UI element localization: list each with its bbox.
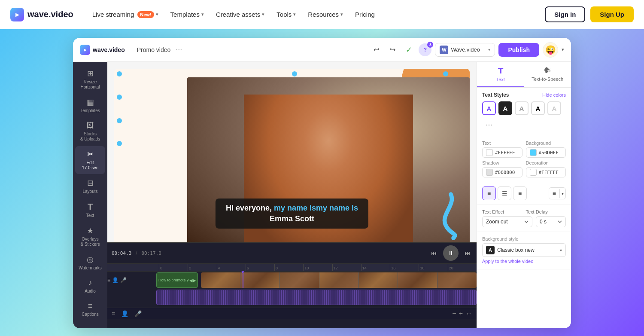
timeline-ruler: 0 2 4 6 8 10 12 14 16 18 20 <box>107 264 477 272</box>
check-button[interactable]: ✓ <box>402 43 415 56</box>
sidebar-item-watermarks[interactable]: ◎ Watermarks <box>75 251 105 274</box>
nav-item-resources[interactable]: Resources ▾ <box>303 7 348 21</box>
nav-item-creative-assets[interactable]: Creative assets ▾ <box>211 7 270 21</box>
track-list-button[interactable]: ≡ <box>107 277 110 283</box>
nav-item-live-streaming[interactable]: Live streaming New! ▾ <box>87 7 164 21</box>
sidebar-item-text[interactable]: T Text <box>75 199 105 222</box>
workspace-selector[interactable]: W Wave.video ▾ <box>435 43 495 57</box>
apply-to-whole-video-link[interactable]: Apply to the whole video <box>482 259 533 264</box>
clip-thumb <box>437 272 477 288</box>
hint-badge[interactable]: ? 8 <box>419 43 431 56</box>
publish-button[interactable]: Publish <box>498 43 539 57</box>
sidebar-item-stocks[interactable]: 🖼 Stocks& Uploads <box>75 118 105 145</box>
tab-tts[interactable]: 🗣 Text-to-Speech <box>524 62 571 87</box>
clip-label[interactable]: How to promote y ◀▶ <box>156 272 198 288</box>
project-more-button[interactable]: ··· <box>176 45 182 54</box>
text-styles-title: Text Styles <box>482 92 509 98</box>
track-mic-button[interactable]: 🎤 <box>120 277 127 283</box>
sign-up-button[interactable]: Sign Up <box>590 6 634 22</box>
nav-item-templates[interactable]: Templates ▾ <box>165 7 209 21</box>
avatar[interactable]: 😜 <box>543 42 558 58</box>
text-style-solid-button[interactable]: A <box>498 101 512 115</box>
text-color-swatch[interactable]: #FFFFFF <box>482 147 522 158</box>
subtitle-line2: Emma Scott <box>270 214 314 223</box>
redo-button[interactable]: ↪ <box>386 43 399 56</box>
bg-color-swatch[interactable]: #50D0FF <box>526 147 566 158</box>
sidebar-label-audio: Audio <box>85 289 96 294</box>
nav-item-tools[interactable]: Tools ▾ <box>271 7 301 21</box>
audio-clip[interactable] <box>156 290 477 305</box>
text-color-label: Text <box>482 141 522 146</box>
canvas-frame: Hi everyone, my name ismy name is Emma S… <box>114 69 470 242</box>
zoom-in-button[interactable]: + <box>459 310 463 318</box>
resize-icon: ⊞ <box>87 69 94 78</box>
timeline-next-button[interactable]: ⏭ <box>463 248 472 258</box>
track-person-button[interactable]: 👤 <box>112 277 118 283</box>
editor-controls: ↩ ↪ ✓ ? 8 W Wave.video ▾ Publish 😜 ▾ <box>370 42 564 58</box>
sidebar-item-audio[interactable]: ♪ Audio <box>75 275 105 297</box>
clip-thumb <box>201 272 240 288</box>
list-style-button[interactable]: ≡ ▾ <box>549 187 566 199</box>
layouts-icon: ⊟ <box>87 178 94 188</box>
timeline-current-time: 00:04.3 <box>112 250 131 256</box>
templates-icon: ▦ <box>87 98 94 107</box>
track-icons: ≡ 👤 🎤 <box>107 277 127 283</box>
expand-button[interactable]: ↔ <box>465 310 472 318</box>
ruler-mark-18: 18 <box>419 264 447 271</box>
text-style-outline-button[interactable]: A <box>482 101 496 115</box>
text-styles-header: Text Styles Hide colors <box>482 92 566 98</box>
timeline-person-button[interactable]: 👤 <box>121 310 128 317</box>
avatar-caret[interactable]: ▾ <box>562 47 564 52</box>
text-icon: T <box>88 202 93 212</box>
editor-logo-text: wave.video <box>93 46 125 53</box>
clip-label-text: How to promote y <box>157 278 189 282</box>
text-style-more-button[interactable]: ··· <box>482 118 496 131</box>
zoom-out-button[interactable]: − <box>452 310 456 318</box>
hide-colors-link[interactable]: Hide colors <box>542 92 566 98</box>
text-style-white-button[interactable]: A <box>531 101 545 115</box>
nav-item-pricing[interactable]: Pricing <box>350 7 380 21</box>
text-style-light-button[interactable]: A <box>547 101 561 115</box>
sign-in-button[interactable]: Sign In <box>545 6 585 22</box>
bg-style-selector[interactable]: A Classic box new ▾ <box>482 243 566 257</box>
stocks-icon: 🖼 <box>86 121 94 130</box>
sidebar-item-templates[interactable]: ▦ Templates <box>75 94 105 117</box>
sidebar-item-resize[interactable]: ⊞ ResizeHorizontal <box>75 65 105 93</box>
color-deco-group: Decoration #FFFFFF <box>526 160 566 177</box>
editor-logo[interactable]: wave.video <box>80 45 125 55</box>
text-color-hex: #FFFFFF <box>495 150 515 156</box>
align-left-button[interactable]: ≡ <box>482 186 496 200</box>
nav-item-label: Pricing <box>355 11 375 18</box>
sidebar-item-overlays[interactable]: ★ Overlays& Stickers <box>75 223 105 250</box>
sidebar-item-captions[interactable]: ≡ Captions <box>75 298 105 321</box>
shadow-color-swatch[interactable]: #000000 <box>482 167 522 177</box>
clip-expand-icon: ◀▶ <box>189 278 197 283</box>
nav-logo[interactable]: wave.video <box>10 8 73 21</box>
align-center-button[interactable]: ☰ <box>498 186 511 200</box>
align-right-button[interactable]: ≡ <box>513 186 527 200</box>
timeline-mic-button[interactable]: 🎤 <box>134 310 142 317</box>
tab-text[interactable]: 𝗧 Text <box>477 62 524 87</box>
text-delay-select[interactable]: 0 s <box>536 216 566 227</box>
sidebar-item-layouts[interactable]: ⊟ Layouts <box>75 175 105 198</box>
chevron-down-icon: ▾ <box>293 12 296 17</box>
panel-alignment: ≡ ☰ ≡ ≡ ▾ <box>477 182 571 205</box>
captions-icon: ≡ <box>88 302 93 311</box>
undo-button[interactable]: ↩ <box>370 43 383 56</box>
sidebar-item-edit[interactable]: ✂ Edit17.0 sec <box>75 146 105 174</box>
track-label-area: ≡ 👤 🎤 <box>107 277 155 283</box>
text-style-plain-button[interactable]: A <box>515 101 529 115</box>
text-effect-select[interactable]: Zoom out <box>482 216 532 227</box>
timeline-list-button[interactable]: ≡ <box>112 310 115 317</box>
color-text-group: Text #FFFFFF <box>482 141 522 158</box>
track-audio-content[interactable] <box>156 290 477 305</box>
timeline-pause-button[interactable]: ⏸ <box>443 245 459 261</box>
deco-color-swatch[interactable]: #FFFFFF <box>526 167 566 177</box>
playhead[interactable]: ▼ <box>243 272 243 288</box>
timeline-prev-button[interactable]: ⏮ <box>429 248 439 258</box>
text-delay-label: Text Delay <box>526 209 566 214</box>
track-video-content[interactable]: How to promote y ◀▶ <box>156 272 477 288</box>
canvas-area[interactable]: Hi everyone, my name ismy name is Emma S… <box>107 62 477 242</box>
bg-style-caret-icon: ▾ <box>560 248 562 253</box>
text-effect-label: Text Effect <box>482 209 522 214</box>
